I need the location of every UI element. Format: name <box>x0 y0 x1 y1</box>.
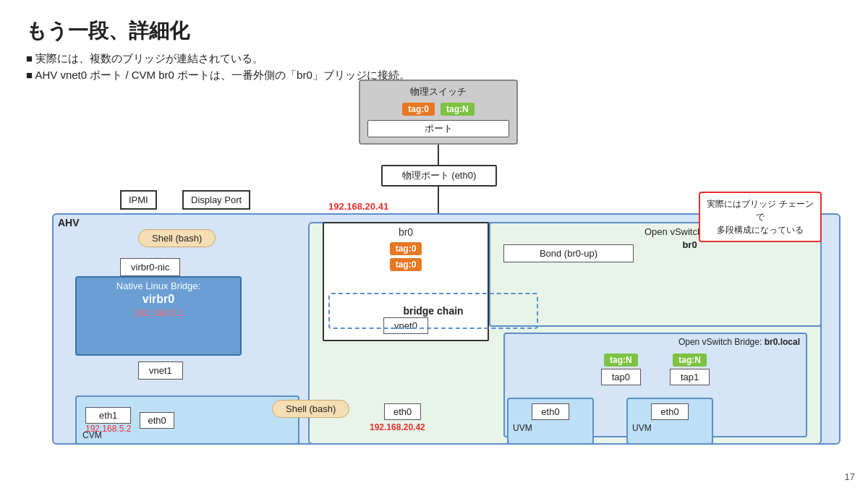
cvm-label: CVM <box>82 430 102 440</box>
nlb-container: Native Linux Bridge: virbr0 192.168.5.1 <box>75 276 242 356</box>
phys-port-label: ポート <box>367 120 509 137</box>
uvm-eth0-2: eth0 <box>651 403 688 420</box>
uvm-eth0-1: eth0 <box>532 403 569 420</box>
tap1-box: tap1 <box>670 369 710 385</box>
tap1-col: tag:N tap1 <box>670 353 710 385</box>
br0-ip: 192.168.20.41 <box>328 201 388 212</box>
ipmi-box: IPMI <box>120 190 157 210</box>
phys-switch: 物理スイッチ tag:0 tag:N ポート <box>359 80 518 145</box>
phys-tag0: tag:0 <box>402 103 435 116</box>
page-number: 17 <box>845 471 855 482</box>
bond-box: Bond (br0-up) <box>503 244 634 262</box>
br0-tag0-2: tag:0 <box>390 258 422 271</box>
display-port-box: Display Port <box>182 190 250 210</box>
uvm-label-2: UVM <box>628 423 712 433</box>
nlb-title: Native Linux Bridge: <box>77 278 240 293</box>
shell-bash-bottom: Shell (bash) <box>272 400 349 418</box>
shell-bash-top: Shell (bash) <box>138 229 216 247</box>
tap-tags-row: tag:N tap0 tag:N tap1 <box>505 353 806 385</box>
tap0-col: tag:N tap0 <box>601 353 641 385</box>
tap0-box: tap0 <box>601 369 641 385</box>
eth0-bottom-ip: 192.168.20.42 <box>370 422 425 432</box>
vnet1-box: vnet1 <box>138 361 183 380</box>
tagN-2: tag:N <box>673 354 707 367</box>
virbr0-nic: virbr0-nic <box>120 258 180 276</box>
phys-tagN: tag:N <box>441 103 475 116</box>
diagram-area: 物理スイッチ tag:0 tag:N ポート 物理ポート (eth0) IPMI… <box>26 80 843 463</box>
eth0-bottom: eth0 <box>384 403 421 420</box>
phys-switch-tags: tag:0 tag:N <box>367 103 509 116</box>
bridge-chain: bridge chain <box>328 293 538 329</box>
ahv-label: AHV <box>58 217 80 228</box>
br0-tag0-1: tag:0 <box>390 242 422 255</box>
br0-title: br0 <box>324 223 488 239</box>
cvm-container: eth1 192.168.5.2 eth0 CVM <box>75 395 299 445</box>
bullet-1: ■ 実際には、複数のブリッジが連結されている。 <box>26 52 842 66</box>
cvm-eth0-col: eth0 <box>140 412 174 429</box>
uvm-left: eth0 UVM <box>507 398 594 445</box>
ovs-local-title: Open vSwitch Bridge: br0.local <box>505 334 806 347</box>
cvm-eth0-box: eth0 <box>140 412 174 429</box>
cvm-eth1-col: eth1 192.168.5.2 <box>85 407 131 434</box>
cvm-eth1-box: eth1 <box>85 407 131 424</box>
tagN-1: tag:N <box>604 354 638 367</box>
uvm-right: eth0 UVM <box>626 398 713 445</box>
nlb-ip: 192.168.5.1 <box>77 307 240 318</box>
page-title: もう一段、詳細化 <box>26 17 842 45</box>
nlb-name: virbr0 <box>77 293 240 306</box>
uvm-label-1: UVM <box>509 423 592 433</box>
phys-port-eth0: 物理ポート (eth0) <box>381 165 497 187</box>
callout-box: 実際にはブリッジ チェーンで 多段構成になっている <box>699 192 822 242</box>
phys-switch-title: 物理スイッチ <box>367 85 509 98</box>
